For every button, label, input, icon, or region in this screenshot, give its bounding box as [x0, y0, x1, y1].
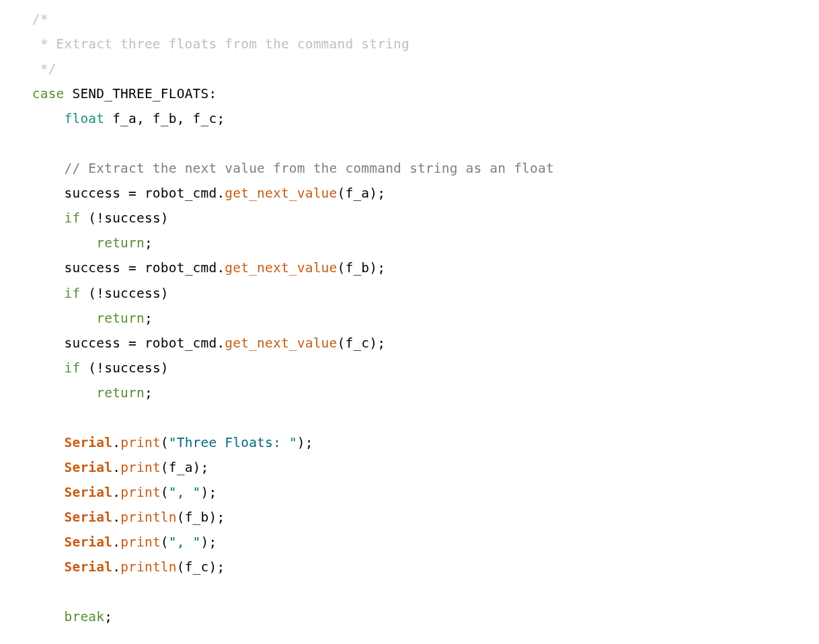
code-token-black: (!success) [80, 286, 168, 301]
code-token-black: . [112, 435, 120, 450]
code-line: if (!success) [0, 360, 169, 376]
code-indent [0, 435, 65, 450]
code-indent [0, 460, 65, 475]
code-line: success = robot_cmd.get_next_value(f_b); [0, 260, 385, 276]
code-line: if (!success) [0, 286, 169, 301]
code-token-black: (!success) [80, 210, 168, 226]
code-token-dark-comment: // Extract the next value from the comma… [65, 161, 554, 176]
code-token-light-comment: /* [32, 11, 48, 27]
code-indent [0, 385, 96, 401]
code-indent [0, 86, 32, 102]
code-indent [0, 161, 65, 176]
code-token-string: ", " [169, 485, 201, 500]
code-token-serial: Serial [65, 460, 113, 475]
code-block: /* * Extract three floats from the comma… [0, 0, 819, 643]
code-token-keyword: return [96, 235, 145, 251]
code-token-black: ( [161, 485, 169, 500]
code-token-serial: Serial [65, 559, 113, 575]
code-token-keyword: case [32, 86, 65, 102]
code-line: case SEND_THREE_FLOATS: [0, 86, 217, 102]
code-token-light-comment: */ [40, 61, 56, 77]
code-token-black: (!success) [80, 360, 168, 376]
code-line: break; [0, 609, 112, 625]
code-line: float f_a, f_b, f_c; [0, 111, 225, 126]
code-token-light-comment: * Extract three floats from the command … [40, 36, 410, 52]
code-token-member: println [120, 559, 177, 575]
code-line: success = robot_cmd.get_next_value(f_c); [0, 335, 385, 351]
code-token-black: . [112, 510, 120, 525]
code-indent [0, 186, 65, 201]
code-token-member: print [120, 534, 161, 550]
code-indent [0, 335, 65, 351]
code-line: return; [0, 235, 153, 251]
code-indent [0, 286, 65, 301]
code-line: Serial.print("Three Floats: "); [0, 435, 313, 450]
code-token-keyword: break [65, 609, 105, 625]
code-token-black: . [112, 534, 120, 550]
code-token-member: print [120, 485, 161, 500]
code-token-keyword: if [65, 210, 81, 226]
code-token-member: println [120, 510, 177, 525]
code-indent [0, 510, 65, 525]
code-token-black: (f_c); [338, 335, 386, 351]
code-line: success = robot_cmd.get_next_value(f_a); [0, 186, 385, 201]
code-token-member: get_next_value [225, 186, 337, 201]
code-indent [0, 534, 65, 550]
code-line: * Extract three floats from the command … [0, 36, 410, 52]
code-token-black: (f_a); [338, 186, 386, 201]
code-token-black: f_a, f_b, f_c; [104, 111, 225, 126]
code-token-black: ; [145, 385, 153, 401]
code-token-black: ; [104, 609, 112, 625]
code-token-keyword: if [65, 360, 81, 376]
code-indent [0, 36, 40, 52]
code-indent [0, 11, 32, 27]
code-indent [0, 609, 65, 625]
code-token-black: . [112, 559, 120, 575]
code-indent [0, 559, 65, 575]
code-token-member: print [120, 435, 161, 450]
code-token-black: (f_b); [338, 260, 386, 276]
code-indent [0, 111, 65, 126]
code-token-serial: Serial [65, 485, 113, 500]
code-token-black: ( [161, 435, 169, 450]
code-token-black: ); [201, 534, 217, 550]
code-line: Serial.println(f_c); [0, 559, 225, 575]
code-token-black: ; [145, 235, 153, 251]
code-token-black: (f_b); [177, 510, 225, 525]
code-indent [0, 210, 65, 226]
code-token-black: (f_a); [161, 460, 209, 475]
code-line: /* [0, 11, 48, 27]
code-token-black: ); [297, 435, 313, 450]
code-token-member: get_next_value [225, 260, 337, 276]
code-line: if (!success) [0, 210, 169, 226]
code-token-serial: Serial [65, 510, 113, 525]
code-line: Serial.println(f_b); [0, 510, 225, 525]
code-token-black: . [112, 460, 120, 475]
code-indent [0, 61, 40, 77]
code-indent [0, 260, 65, 276]
code-token-keyword: return [96, 311, 145, 326]
code-token-member: get_next_value [225, 335, 337, 351]
code-indent [0, 485, 65, 500]
code-line: return; [0, 311, 153, 326]
code-indent [0, 360, 65, 376]
code-token-black: (f_c); [177, 559, 225, 575]
code-token-member: print [120, 460, 161, 475]
code-token-black: SEND_THREE_FLOATS: [65, 86, 217, 102]
code-token-black: success = robot_cmd. [65, 335, 225, 351]
code-token-string: "Three Floats: " [169, 435, 297, 450]
code-token-keyword: if [65, 286, 81, 301]
code-token-black: ); [201, 485, 217, 500]
code-token-serial: Serial [65, 435, 113, 450]
code-token-black: ; [145, 311, 153, 326]
code-line: return; [0, 385, 153, 401]
code-line: // Extract the next value from the comma… [0, 161, 554, 176]
code-line: */ [0, 61, 56, 77]
code-token-black: success = robot_cmd. [65, 260, 225, 276]
code-token-serial: Serial [65, 534, 113, 550]
code-token-keyword: return [96, 385, 145, 401]
code-token-type: float [65, 111, 105, 126]
code-line: Serial.print(", "); [0, 534, 217, 550]
code-token-string: ", " [169, 534, 201, 550]
code-line: Serial.print(", "); [0, 485, 217, 500]
